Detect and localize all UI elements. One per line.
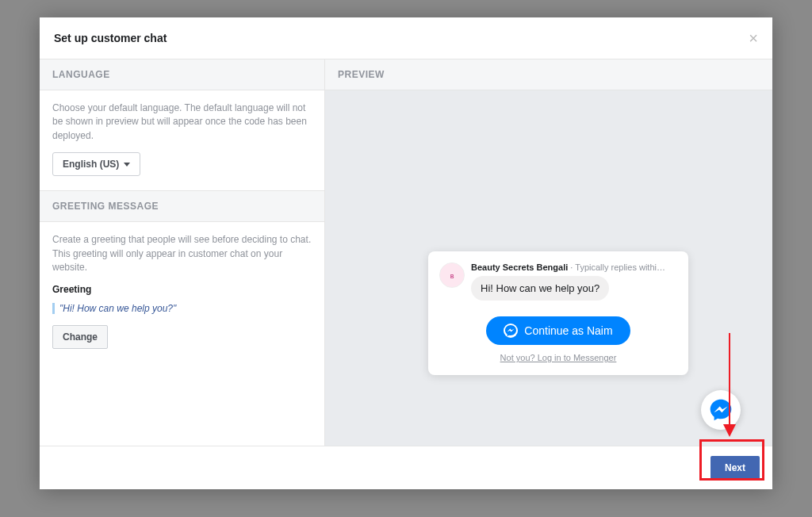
close-icon[interactable]: × bbox=[749, 30, 758, 46]
messenger-bubble-button[interactable] bbox=[701, 390, 741, 430]
greeting-text: "Hi! How can we help you?" bbox=[52, 303, 312, 314]
caret-down-icon bbox=[124, 163, 130, 167]
continue-as-button[interactable]: Continue as Naim bbox=[486, 316, 630, 345]
greeting-section-header: GREETING MESSAGE bbox=[40, 190, 324, 222]
preview-panel: PREVIEW B Beauty Secrets Bengali · Typic… bbox=[325, 59, 772, 446]
language-help-text: Choose your default language. The defaul… bbox=[52, 101, 312, 143]
chat-page-line: Beauty Secrets Bengali · Typically repli… bbox=[471, 262, 677, 272]
greeting-help-text: Create a greeting that people will see b… bbox=[52, 233, 312, 274]
preview-section-header: PREVIEW bbox=[325, 59, 772, 90]
not-you-link[interactable]: Not you? Log in to Messenger bbox=[439, 353, 677, 362]
messenger-icon bbox=[504, 324, 518, 338]
messenger-icon bbox=[709, 398, 733, 422]
page-avatar: B bbox=[439, 262, 465, 288]
chat-widget-top: B Beauty Secrets Bengali · Typically rep… bbox=[428, 251, 688, 308]
language-section-body: Choose your default language. The defaul… bbox=[40, 90, 324, 190]
chat-widget-bottom: Continue as Naim Not you? Log in to Mess… bbox=[428, 308, 688, 375]
language-dropdown[interactable]: English (US) bbox=[52, 152, 140, 176]
continue-as-label: Continue as Naim bbox=[524, 324, 612, 337]
language-selected: English (US) bbox=[63, 159, 119, 170]
chat-widget: B Beauty Secrets Bengali · Typically rep… bbox=[428, 251, 688, 375]
greeting-label: Greeting bbox=[52, 284, 312, 295]
setup-customer-chat-modal: Set up customer chat × LANGUAGE Choose y… bbox=[40, 17, 772, 489]
svg-text:B: B bbox=[450, 274, 454, 279]
next-button[interactable]: Next bbox=[710, 456, 760, 480]
modal-footer: Next bbox=[40, 446, 772, 489]
language-section-header: LANGUAGE bbox=[40, 59, 324, 90]
settings-panel: LANGUAGE Choose your default language. T… bbox=[40, 59, 325, 446]
chat-greeting-bubble: Hi! How can we help you? bbox=[471, 276, 609, 301]
chat-reply-time: Typically replies withi… bbox=[575, 262, 665, 272]
modal-title: Set up customer chat bbox=[54, 32, 167, 44]
greeting-section-body: Create a greeting that people will see b… bbox=[40, 222, 324, 363]
change-greeting-button[interactable]: Change bbox=[52, 325, 108, 349]
modal-body: LANGUAGE Choose your default language. T… bbox=[40, 59, 772, 446]
modal-header: Set up customer chat × bbox=[40, 17, 772, 59]
chat-page-name: Beauty Secrets Bengali bbox=[471, 262, 568, 272]
